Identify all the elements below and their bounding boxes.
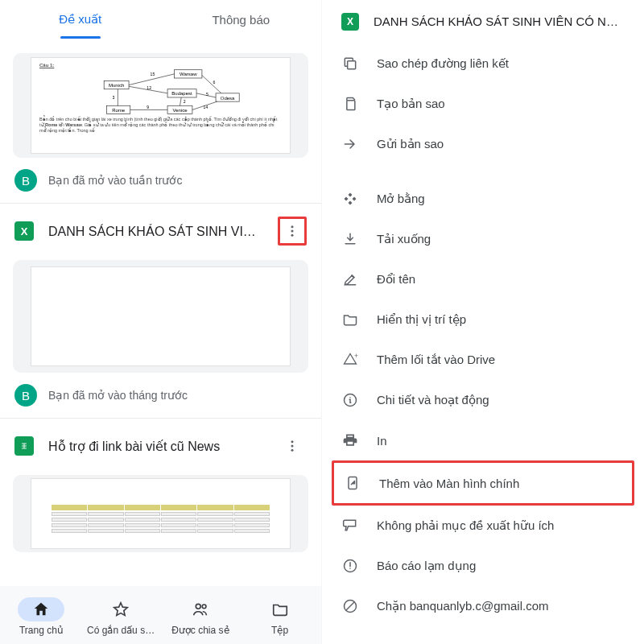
table-thumbnail xyxy=(31,478,291,549)
info-icon xyxy=(341,391,359,409)
menu-rename[interactable]: Đổi tên xyxy=(322,259,644,299)
file-actions-panel: X DANH SÁCH KHẢO SÁT SINH VIÊN CÓ N… Sao… xyxy=(322,0,644,644)
tab-suggested[interactable]: Đề xuất xyxy=(0,0,161,39)
file-opened-text: Bạn đã mở vào tuần trước xyxy=(48,174,182,187)
nav-home[interactable]: Trang chủ xyxy=(2,597,81,636)
drive-shortcut-icon: + xyxy=(341,351,359,369)
svg-text:Rome: Rome xyxy=(112,108,126,113)
file-title: Hỗ trợ đi link bài viết cũ News xyxy=(48,439,263,454)
menu-label: Tải xuống xyxy=(377,232,628,246)
file-row[interactable]: Hỗ trợ đi link bài viết cũ News xyxy=(0,419,321,464)
bottom-nav: Trang chủ Có gắn dấu s… Được chia sẻ Tệp xyxy=(0,586,321,644)
tab-notifications-label: Thông báo xyxy=(212,13,270,27)
menu-label: Sao chép đường liên kết xyxy=(377,56,628,71)
menu-report[interactable]: Báo cáo lạm dụng xyxy=(322,546,644,586)
svg-text:15: 15 xyxy=(151,72,155,76)
avatar-letter: B xyxy=(22,174,30,188)
menu-not-helpful[interactable]: Không phải mục đề xuất hữu ích xyxy=(322,506,644,546)
svg-rect-37 xyxy=(348,61,356,69)
menu-details[interactable]: Chi tiết và hoạt động xyxy=(322,380,644,420)
svg-text:12: 12 xyxy=(147,85,151,90)
menu-block[interactable]: Chặn banquanlyb.c@gmail.com xyxy=(322,586,644,626)
menu-label: Báo cáo lạm dụng xyxy=(377,559,628,573)
menu-label: Thêm lối tắt vào Drive xyxy=(377,353,628,367)
svg-point-34 xyxy=(291,449,294,452)
thumbs-down-icon xyxy=(341,517,359,535)
folder-icon xyxy=(271,601,289,618)
nav-files[interactable]: Tệp xyxy=(240,597,320,636)
tab-suggested-label: Đề xuất xyxy=(59,12,101,27)
menu-label: Đổi tên xyxy=(377,272,628,287)
sheets-icon xyxy=(14,436,34,456)
more-button[interactable] xyxy=(278,431,307,460)
folder-icon xyxy=(341,311,359,328)
menu-add-home[interactable]: Thêm vào Màn hình chính xyxy=(332,460,634,506)
top-tabs: Đề xuất Thông báo xyxy=(0,0,321,39)
file-preview[interactable]: Câu 1: Warsaw Munich Budapest Odesa Veni… xyxy=(13,53,308,158)
add-to-home-icon xyxy=(344,474,361,492)
svg-text:14: 14 xyxy=(204,105,208,109)
file-list: Câu 1: Warsaw Munich Budapest Odesa Veni… xyxy=(0,39,321,586)
excel-icon: X xyxy=(14,221,34,241)
menu-copy-link[interactable]: Sao chép đường liên kết xyxy=(322,43,644,84)
make-copy-icon xyxy=(341,95,359,113)
menu-send-copy[interactable]: Gửi bản sao xyxy=(322,124,644,164)
download-icon xyxy=(341,230,359,248)
nav-shared-label: Được chia sẻ xyxy=(171,625,229,636)
tab-notifications[interactable]: Thông báo xyxy=(161,0,322,39)
menu-open-with[interactable]: Mở bằng xyxy=(322,179,644,219)
svg-text:6: 6 xyxy=(213,80,216,85)
menu-label: Chặn banquanlyb.c@gmail.com xyxy=(377,599,628,613)
avatar: B xyxy=(14,384,37,407)
svg-text:Warsaw: Warsaw xyxy=(180,72,197,77)
document-thumbnail: Câu 1: Warsaw Munich Budapest Odesa Veni… xyxy=(31,57,291,154)
menu-label: Tạo bản sao xyxy=(377,97,628,111)
file-meta-row: B Bạn đã mở vào tuần trước xyxy=(0,166,321,203)
menu-print[interactable]: In xyxy=(322,420,644,460)
print-icon xyxy=(341,431,359,449)
svg-text:Venice: Venice xyxy=(172,108,188,113)
menu-list: Sao chép đường liên kết Tạo bản sao Gửi … xyxy=(322,42,644,628)
block-icon xyxy=(341,597,359,615)
file-row[interactable]: X DANH SÁCH KHẢO SÁT SINH VI… xyxy=(0,204,321,249)
menu-make-copy[interactable]: Tạo bản sao xyxy=(322,84,644,124)
svg-point-30 xyxy=(291,234,294,237)
home-icon xyxy=(32,601,50,618)
svg-point-36 xyxy=(202,605,206,609)
menu-add-shortcut[interactable]: + Thêm lối tắt vào Drive xyxy=(322,340,644,380)
svg-point-35 xyxy=(196,604,200,609)
nav-starred-label: Có gắn dấu s… xyxy=(87,625,155,636)
menu-label: Thêm vào Màn hình chính xyxy=(379,477,616,490)
file-meta-row: B Bạn đã mở vào tháng trước xyxy=(0,381,321,418)
menu-label: Hiển thị vị trí tệp xyxy=(377,312,628,327)
more-vert-icon xyxy=(285,439,299,453)
excel-icon-letter: X xyxy=(347,16,353,27)
excel-icon-letter: X xyxy=(21,225,28,237)
excel-icon: X xyxy=(341,13,359,31)
svg-point-29 xyxy=(291,230,294,233)
more-vert-icon xyxy=(285,224,299,238)
menu-download[interactable]: Tải xuống xyxy=(322,219,644,259)
copy-link-icon xyxy=(341,55,359,72)
drive-home-screen: Đề xuất Thông báo Câu 1: Warsaw Munich B… xyxy=(0,0,322,644)
svg-text:Munich: Munich xyxy=(109,84,124,89)
nav-shared[interactable]: Được chia sẻ xyxy=(161,597,241,636)
open-with-icon xyxy=(341,190,359,208)
menu-label: Mở bằng xyxy=(377,192,628,206)
svg-line-16 xyxy=(180,97,181,105)
svg-text:3: 3 xyxy=(112,95,114,100)
nav-files-label: Tệp xyxy=(271,625,288,636)
file-preview[interactable] xyxy=(13,260,308,373)
svg-text:9: 9 xyxy=(147,105,149,109)
svg-rect-38 xyxy=(347,101,355,110)
svg-text:2: 2 xyxy=(184,99,186,104)
nav-starred[interactable]: Có gắn dấu s… xyxy=(81,597,161,636)
menu-show-location[interactable]: Hiển thị vị trí tệp xyxy=(322,299,644,340)
file-title: DANH SÁCH KHẢO SÁT SINH VI… xyxy=(48,224,263,239)
more-button[interactable] xyxy=(278,217,307,246)
svg-text:Budapest: Budapest xyxy=(171,92,192,97)
file-preview[interactable] xyxy=(13,475,308,552)
svg-line-15 xyxy=(202,76,221,93)
menu-label: Gửi bản sao xyxy=(377,137,628,151)
graph-thumbnail: Warsaw Munich Budapest Odesa Venice Rome xyxy=(39,68,282,117)
